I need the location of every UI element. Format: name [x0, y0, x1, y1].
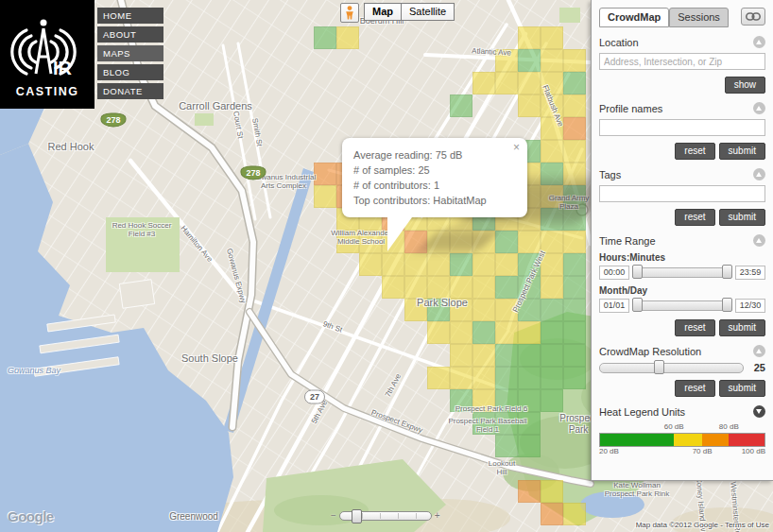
- heat-cell[interactable]: [495, 412, 518, 435]
- permalink-button[interactable]: [741, 8, 765, 26]
- heat-cell[interactable]: [541, 480, 563, 503]
- heat-cell[interactable]: [563, 253, 586, 276]
- nav-item-blog[interactable]: BLOG: [97, 64, 163, 80]
- hours-slider[interactable]: [632, 267, 732, 278]
- heat-cell[interactable]: [314, 185, 336, 208]
- nav-item-home[interactable]: HOME: [97, 8, 163, 24]
- location-collapse-toggle[interactable]: [753, 36, 765, 48]
- hours-slider-handle-min[interactable]: [632, 265, 643, 279]
- aircasting-logo[interactable]: IR CASTING: [0, 0, 94, 109]
- heat-cell[interactable]: [518, 367, 541, 389]
- heat-cell[interactable]: [541, 49, 563, 72]
- zoom-out-button[interactable]: −: [331, 510, 336, 521]
- tags-reset-button[interactable]: reset: [675, 209, 714, 226]
- heat-cell[interactable]: [518, 480, 541, 503]
- heat-cell[interactable]: [336, 26, 359, 49]
- heat-cell[interactable]: [563, 367, 586, 389]
- heat-cell[interactable]: [563, 231, 586, 253]
- heat-cell[interactable]: [404, 276, 427, 299]
- heat-cell[interactable]: [450, 94, 472, 117]
- month-slider-handle-min[interactable]: [632, 298, 643, 312]
- heat-cell[interactable]: [472, 276, 495, 299]
- heat-cell[interactable]: [563, 117, 586, 140]
- resolution-reset-button[interactable]: reset: [675, 380, 714, 397]
- heat-cell[interactable]: [450, 389, 472, 412]
- heat-cell[interactable]: [495, 231, 518, 253]
- heat-cell[interactable]: [472, 253, 495, 276]
- heat-cell[interactable]: [404, 299, 427, 321]
- time-range-reset-button[interactable]: reset: [675, 319, 714, 336]
- heat-cell[interactable]: [314, 163, 336, 185]
- nav-item-about[interactable]: ABOUT: [97, 26, 163, 43]
- heat-cell[interactable]: [541, 367, 563, 389]
- heat-cell[interactable]: [563, 94, 586, 117]
- heat-cell[interactable]: [563, 72, 586, 94]
- heat-cell[interactable]: [518, 389, 541, 412]
- heat-cell[interactable]: [472, 321, 495, 344]
- heat-cell[interactable]: [472, 344, 495, 367]
- heat-cell[interactable]: [541, 94, 563, 117]
- heat-cell[interactable]: [472, 299, 495, 321]
- heat-cell[interactable]: [450, 321, 472, 344]
- heat-cell[interactable]: [541, 299, 563, 321]
- nav-item-donate[interactable]: DONATE: [97, 83, 163, 99]
- heat-cell[interactable]: [563, 49, 586, 72]
- profiles-collapse-toggle[interactable]: [753, 102, 765, 114]
- zoom-slider-handle[interactable]: [352, 509, 362, 523]
- heat-cell[interactable]: [495, 299, 518, 321]
- profiles-reset-button[interactable]: reset: [675, 143, 714, 160]
- heat-cell[interactable]: [495, 276, 518, 299]
- heat-cell[interactable]: [359, 253, 382, 276]
- heat-cell[interactable]: [472, 367, 495, 389]
- profile-names-input[interactable]: [599, 119, 765, 136]
- zoom-in-button[interactable]: +: [435, 510, 440, 521]
- heat-cell[interactable]: [359, 231, 382, 253]
- heat-cell[interactable]: [518, 253, 541, 276]
- heat-cell[interactable]: [541, 503, 563, 525]
- profiles-submit-button[interactable]: submit: [719, 143, 765, 160]
- heat-cell[interactable]: [541, 117, 563, 140]
- close-icon[interactable]: ×: [513, 142, 520, 153]
- heat-cell[interactable]: [404, 253, 427, 276]
- time-range-submit-button[interactable]: submit: [719, 319, 765, 336]
- heat-cell[interactable]: [518, 49, 541, 72]
- resolution-submit-button[interactable]: submit: [719, 380, 765, 397]
- pegman-button[interactable]: [340, 3, 359, 23]
- heat-cell[interactable]: [563, 503, 586, 525]
- resolution-collapse-toggle[interactable]: [753, 345, 765, 357]
- heat-cell[interactable]: [518, 299, 541, 321]
- heat-cell[interactable]: [495, 389, 518, 412]
- heat-cell[interactable]: [541, 253, 563, 276]
- heat-cell[interactable]: [450, 253, 472, 276]
- heat-cell[interactable]: [518, 276, 541, 299]
- heat-cell[interactable]: [495, 367, 518, 389]
- heat-legend-collapse-toggle[interactable]: [753, 405, 765, 418]
- heat-cell[interactable]: [518, 321, 541, 344]
- heat-cell[interactable]: [541, 26, 563, 49]
- heat-cell[interactable]: [450, 276, 472, 299]
- month-slider[interactable]: [632, 300, 732, 311]
- heat-cell[interactable]: [495, 253, 518, 276]
- heat-cell[interactable]: [472, 389, 495, 412]
- zoom-slider[interactable]: [339, 511, 432, 521]
- heat-cell[interactable]: [541, 231, 563, 253]
- heat-cell[interactable]: [563, 344, 586, 367]
- heat-cell[interactable]: [541, 389, 563, 412]
- heat-cell[interactable]: [495, 49, 518, 72]
- month-slider-handle-max[interactable]: [722, 298, 732, 312]
- heat-cell[interactable]: [518, 344, 541, 367]
- hours-slider-handle-max[interactable]: [722, 265, 732, 279]
- heat-cell[interactable]: [541, 72, 563, 94]
- nav-item-maps[interactable]: MAPS: [97, 45, 163, 61]
- heat-cell[interactable]: [518, 435, 541, 457]
- heat-cell[interactable]: [427, 253, 450, 276]
- tags-input[interactable]: [599, 185, 765, 202]
- heat-cell[interactable]: [450, 367, 472, 389]
- satellite-type-button[interactable]: Satellite: [402, 3, 455, 21]
- heat-cell[interactable]: [382, 276, 404, 299]
- heat-cell[interactable]: [495, 344, 518, 367]
- show-button[interactable]: show: [725, 77, 765, 94]
- heat-cell[interactable]: [472, 412, 495, 435]
- heat-cell[interactable]: [518, 72, 541, 94]
- tab-sessions[interactable]: Sessions: [669, 8, 729, 27]
